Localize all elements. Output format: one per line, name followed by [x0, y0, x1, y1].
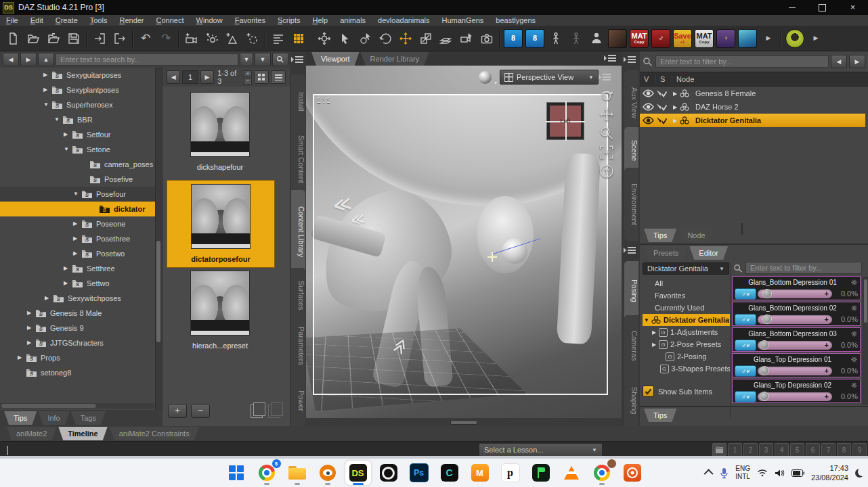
portrait-script-tile[interactable] — [608, 29, 627, 48]
pan-control-icon[interactable] — [599, 107, 614, 122]
translate-tool-button[interactable] — [395, 28, 416, 49]
lesson-clapper-icon[interactable] — [712, 443, 726, 457]
remove-content-button[interactable]: − — [191, 404, 210, 418]
import-button[interactable] — [89, 28, 110, 49]
taskbar-chrome[interactable]: $ — [254, 461, 280, 485]
gear-icon[interactable] — [850, 356, 858, 363]
editor-tips-tab[interactable]: Tips — [644, 409, 676, 422]
group-dicktator-genitalia[interactable]: ▼Dicktator Genitalia — [643, 314, 731, 326]
tree-item-sexywitchposes[interactable]: ▶SSexywitchposes — [0, 291, 162, 306]
microphone-icon[interactable] — [720, 467, 729, 479]
scale-tool-button[interactable] — [416, 28, 436, 49]
slider-glans-bottom-depression-01[interactable]: Glans_Bottom Depression 01♂v+0.0% — [732, 276, 861, 300]
merge-file-button[interactable] — [43, 28, 64, 49]
slider-glans-bottom-depression-02[interactable]: Glans_Bottom Depression 02♂v+0.0% — [732, 302, 861, 326]
taskbar-chrome-profile[interactable] — [589, 461, 615, 485]
battery-icon[interactable] — [791, 469, 804, 477]
figure-tool-2[interactable] — [566, 28, 586, 49]
scene-node-daz-horse-2[interactable]: ▶DAZ Horse 2 — [640, 100, 865, 114]
group-1-adjustments[interactable]: ▶G1-Adjustments — [643, 326, 731, 338]
nudge-plus[interactable]: + — [825, 289, 829, 298]
taskbar-m-app[interactable]: M — [467, 461, 493, 485]
editor-tab-editor[interactable]: Editor — [689, 246, 728, 260]
genesis8-male-tile[interactable]: 8 — [525, 29, 544, 48]
viewport-menu-icon[interactable] — [600, 73, 611, 81]
slider-track[interactable]: + — [758, 367, 832, 375]
panel-menu-icon[interactable] — [292, 55, 303, 64]
tree-item-posetwo[interactable]: ▶SPosetwo — [0, 246, 162, 261]
frame-control-icon[interactable] — [599, 145, 614, 160]
scene-splitter[interactable] — [741, 223, 743, 235]
undo-button[interactable]: ↶ — [135, 28, 156, 49]
search-history-dropdown[interactable]: ▼ — [240, 53, 253, 66]
viewport-tab-render-library[interactable]: Render Library — [361, 52, 429, 66]
dock-tab-power[interactable]: Power — [291, 373, 305, 429]
new-file-button[interactable] — [3, 28, 23, 49]
filter-search-icon[interactable] — [733, 264, 743, 273]
slider-track[interactable]: + — [758, 289, 832, 298]
tree-item-posefive[interactable]: SPosefive — [0, 172, 162, 187]
scene-script-tile[interactable] — [738, 29, 757, 48]
up-button[interactable]: ▲ — [38, 53, 54, 66]
tree-item-camera-poses[interactable]: Scamera_poses — [0, 157, 162, 172]
scene-back-button[interactable]: ◀ — [831, 55, 847, 68]
taskbar-file-explorer[interactable] — [284, 461, 310, 485]
gear-icon[interactable] — [850, 304, 858, 312]
gear-icon[interactable] — [850, 330, 858, 338]
pointer-check-icon[interactable] — [656, 103, 671, 112]
menu-favorites[interactable]: Favorites — [229, 15, 272, 26]
nudge-plus[interactable]: + — [825, 315, 829, 324]
pointer-tool-button[interactable] — [334, 28, 355, 49]
scope-dropdown[interactable]: Dicktator Genitalia ▼ — [643, 262, 729, 275]
slider-glans-top-depression-01[interactable]: Glans_Top Depression 01♂v+0.0% — [732, 353, 861, 377]
camera-tool-button[interactable] — [456, 28, 477, 49]
bust-tool[interactable] — [586, 28, 607, 49]
back-button[interactable]: ◀ — [3, 53, 19, 66]
slider-track[interactable]: + — [758, 315, 832, 324]
orbit-control-icon[interactable] — [599, 88, 614, 103]
search-input[interactable] — [56, 53, 238, 66]
add-prop-button[interactable] — [222, 28, 242, 49]
menu-edit[interactable]: Edit — [24, 15, 49, 26]
slider-thumb[interactable] — [762, 315, 772, 324]
page-number[interactable]: 1 — [182, 70, 198, 84]
grid-toggle-button[interactable] — [288, 28, 309, 49]
universal-tool-button[interactable] — [314, 28, 334, 49]
scene-node-genesis-8-female[interactable]: ▶Genesis 8 Female — [640, 87, 865, 100]
lesson-step-8[interactable]: 8 — [837, 443, 851, 457]
slider-thumb[interactable] — [762, 289, 772, 298]
filter-search-icon[interactable] — [643, 57, 653, 66]
figure-tool-1[interactable] — [546, 28, 566, 49]
scene-node-dicktator-genitalia[interactable]: ▶Dicktator Genitalia — [640, 114, 865, 127]
lesson-step-5[interactable]: 5 — [790, 443, 804, 457]
add-content-button[interactable]: + — [168, 404, 187, 418]
taskbar-capture-app[interactable]: C — [437, 461, 462, 485]
menu-connect[interactable]: Connect — [150, 15, 190, 26]
drawstyle-sphere-icon[interactable] — [479, 71, 492, 84]
thumb-size-stepper[interactable]: +− — [244, 70, 252, 85]
slider-thumb[interactable] — [760, 340, 769, 350]
slider-thumb[interactable] — [760, 366, 769, 375]
slider-thumb[interactable] — [760, 392, 769, 401]
slider-glans-bottom-depression-03[interactable]: Glans_Bottom Depression 03♂v+0.0% — [732, 327, 861, 352]
group-all[interactable]: All — [643, 277, 731, 289]
redo-button[interactable]: ↷ — [156, 28, 176, 49]
menu-window[interactable]: Window — [190, 15, 229, 26]
menu-help[interactable]: Help — [307, 15, 334, 26]
gear-icon[interactable] — [850, 381, 858, 389]
tree-item-genesis-8-male[interactable]: ▶SGenesis 8 Male — [0, 306, 162, 321]
tree-item-setone[interactable]: ▼SSetone — [0, 142, 162, 157]
rotate-tool-button[interactable] — [375, 28, 395, 49]
gear-icon[interactable] — [850, 279, 858, 286]
menu-scripts[interactable]: Scripts — [272, 15, 307, 26]
slider-track[interactable]: + — [758, 392, 832, 401]
taskbar-round-app[interactable] — [376, 461, 402, 485]
lesson-step-3[interactable]: 3 — [759, 443, 773, 457]
nudge-plus[interactable]: + — [825, 367, 829, 375]
tree-scrollbar[interactable] — [155, 68, 162, 411]
tree-item-setfour[interactable]: ▶SSetfour — [0, 127, 162, 142]
search-options-dropdown[interactable]: ▼ — [255, 53, 271, 66]
dock-tab-posing[interactable]: Posing — [624, 261, 638, 321]
render-button[interactable] — [477, 28, 497, 49]
minimize-button[interactable] — [777, 0, 807, 15]
